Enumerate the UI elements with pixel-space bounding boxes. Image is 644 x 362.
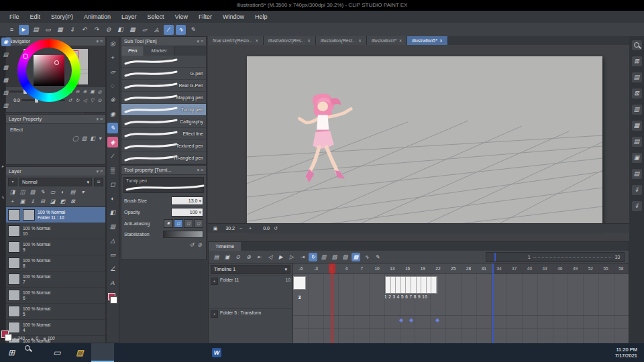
next-frame-icon[interactable]: ▷ <box>287 253 296 261</box>
timeline-name-select[interactable]: Timeline 1 ▾ <box>211 265 290 274</box>
track-header-folder5[interactable]: + Folder 5 : Transform <box>209 308 292 319</box>
move-tool-icon[interactable]: + <box>107 52 118 63</box>
transfer-layer-icon[interactable]: ⇓ <box>28 198 37 206</box>
document-tab[interactable]: Illustration3* × <box>367 36 408 45</box>
snap-curve-icon[interactable]: ∿ <box>176 25 186 35</box>
rotate-right-icon[interactable]: ↻ <box>74 97 81 104</box>
ruler-tool-icon[interactable]: ∠ <box>107 263 118 274</box>
aa-none-button[interactable]: ◽ <box>164 219 173 228</box>
text-tool-icon[interactable]: A <box>107 278 118 288</box>
word-button[interactable]: W <box>205 343 228 362</box>
zoom-in-icon[interactable]: ⊕ <box>244 253 253 261</box>
new-animation-folder-icon[interactable]: ▣ <box>223 253 231 261</box>
onion-skin-icon[interactable]: ▥ <box>319 253 328 261</box>
quick-access-icon[interactable]: ▤ <box>632 72 642 82</box>
background-color-chip[interactable] <box>5 334 12 341</box>
document-tab[interactable]: Illustration(Rest... × <box>316 36 367 45</box>
figure-tool-icon[interactable]: △ <box>107 235 118 246</box>
close-tab-icon[interactable]: × <box>256 36 258 45</box>
8[interactable]: 100 % Normal 8 <box>6 255 105 272</box>
zoom-out-button[interactable]: − <box>237 226 244 231</box>
curve-editor-icon[interactable]: ∿ <box>362 253 371 261</box>
menu-item[interactable]: View <box>170 11 193 23</box>
expand-effect-icon[interactable]: ▾ <box>99 135 101 141</box>
transform-track-row[interactable] <box>293 315 629 328</box>
document-tab[interactable]: final sketch(Resto... × <box>208 36 264 45</box>
create-mask-icon[interactable]: ◪ <box>48 198 57 206</box>
sv-marker[interactable] <box>54 60 59 65</box>
material-image-icon[interactable]: ▤ <box>632 137 642 147</box>
rotate-reset-button[interactable]: ↺ <box>272 226 279 231</box>
decoration-tool-icon[interactable]: ◈ <box>107 137 118 147</box>
start-button[interactable]: ⊞ <box>0 343 23 362</box>
blend-mode-icon[interactable]: ◨ <box>8 188 17 196</box>
material-3d-icon[interactable]: ▣ <box>632 153 642 163</box>
brush-item[interactable]: Textured pen <box>121 140 206 152</box>
apply-mask-icon[interactable]: ◩ <box>58 198 67 206</box>
panel-menu-icon[interactable]: ▾ ≡ <box>197 37 203 46</box>
gradient-tool-icon[interactable]: ▥ <box>107 221 118 232</box>
reset-property-icon[interactable]: ↺ <box>190 242 195 248</box>
saturation-value-square[interactable] <box>34 55 64 86</box>
menu-item[interactable]: Layer <box>116 11 142 23</box>
special-ruler-icon[interactable]: ◬ <box>152 25 162 35</box>
color-chips[interactable] <box>1 330 12 341</box>
flip-vertical-icon[interactable]: ▽ <box>89 97 96 104</box>
brush-item[interactable] <box>121 56 206 68</box>
cel-sequence-block[interactable] <box>385 276 437 294</box>
canvas-viewport[interactable]: ▣ 30.2 − + 0.0 ↺ <box>208 45 629 233</box>
9[interactable]: 100 % Normal 9 <box>6 239 105 255</box>
10[interactable]: 100 % Normal 10 <box>6 223 105 239</box>
close-tab-icon[interactable]: × <box>399 36 402 45</box>
firefox-button[interactable] <box>91 343 114 362</box>
file-explorer-button[interactable]: ▨ <box>68 343 91 362</box>
timeline-tab[interactable]: Timeline <box>209 242 241 251</box>
brush-item[interactable]: Calligraphy <box>121 116 206 128</box>
border-effect-icon[interactable]: ◯ <box>72 135 78 141</box>
light-table-icon[interactable]: ▩ <box>352 253 360 261</box>
panel-menu-icon[interactable]: ▾ ≡ <box>197 166 203 174</box>
zoom-out-icon[interactable]: ⊖ <box>233 253 242 261</box>
brush-item[interactable]: Effect line <box>121 128 206 140</box>
specify-cel-icon[interactable]: ▨ <box>341 253 350 261</box>
cel-item[interactable]: 3 <box>293 276 306 302</box>
clip-studio-button[interactable] <box>251 343 274 362</box>
actual-size-icon[interactable]: ◎ <box>96 88 103 95</box>
delete-layer-icon[interactable]: ⊠ <box>68 198 77 206</box>
opacity-input[interactable]: 100 ▾ <box>171 208 203 217</box>
lock-transparency-icon[interactable]: ▨ <box>28 188 37 196</box>
timeline-grid[interactable]: -6-3147101316192225283134374043464952555… <box>293 263 629 343</box>
app-button-4[interactable] <box>228 343 251 362</box>
onion-layer-icon[interactable]: ▤ <box>68 188 77 196</box>
color-history-icon[interactable]: ▥ <box>1 101 11 110</box>
keyframe-diamond[interactable]: ◆ <box>435 318 439 323</box>
keyframe-diamond[interactable]: ◆ <box>409 318 413 323</box>
blend-mode-select[interactable]: Normal ▾ <box>19 178 92 186</box>
skip-end-icon[interactable]: ⇥ <box>298 253 307 261</box>
rotate-left-icon[interactable]: ↺ <box>66 97 74 104</box>
4[interactable]: 100 % Normal 4 <box>6 320 105 336</box>
menu-item[interactable]: Help <box>250 11 273 23</box>
material-color-pattern-icon[interactable]: ⊠ <box>632 88 642 99</box>
end-frame-marker[interactable] <box>492 263 494 343</box>
operation-tool-icon[interactable]: ► <box>19 25 29 35</box>
cel-box[interactable] <box>293 276 306 290</box>
7[interactable]: 100 % Normal 7 <box>6 272 105 288</box>
sub-tool-tab[interactable]: Pen <box>121 46 144 56</box>
menu-item[interactable]: Window <box>217 11 250 23</box>
snap-line-icon[interactable]: ∕ <box>164 25 174 35</box>
fit-icon[interactable]: ▣ <box>212 226 219 231</box>
merge-layer-icon[interactable]: ⊟ <box>38 198 47 206</box>
layer-color-icon[interactable]: ◧ <box>90 135 95 141</box>
material-primary-icon[interactable]: ▤ <box>632 169 642 179</box>
color-wheel[interactable] <box>17 39 80 102</box>
panel-menu-icon[interactable]: ▾ ≡ <box>96 37 103 46</box>
prev-frame-icon[interactable]: ◁ <box>266 253 274 261</box>
draft-layer-icon[interactable]: ✎ <box>38 188 47 196</box>
material-download-icon[interactable]: ⇓ <box>632 185 642 195</box>
material-monochrome-icon[interactable]: ▥ <box>632 105 642 115</box>
show-all-property-icon[interactable]: ⊕ <box>197 242 202 248</box>
fill-tool-icon[interactable]: ◧ <box>107 207 118 218</box>
loop-icon[interactable]: ↻ <box>309 253 317 261</box>
workspace-menu-icon[interactable]: ≡ <box>7 25 17 35</box>
